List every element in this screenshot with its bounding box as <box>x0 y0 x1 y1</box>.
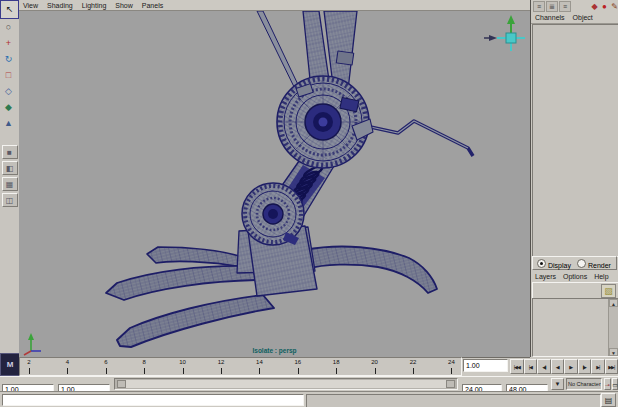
layer-editor-mode-row: Display Render <box>532 256 617 270</box>
time-tick-label: 24 <box>443 359 459 365</box>
time-tick-mark <box>413 368 414 374</box>
time-tick-label: 14 <box>251 359 267 365</box>
playback-controls: |◀◀|◀◀|◀▶|▶▶|▶▶| <box>510 357 618 376</box>
viewport-menu-show[interactable]: Show <box>115 2 133 9</box>
time-tick-mark <box>221 368 222 374</box>
camera-label: Isolate : persp <box>252 347 296 354</box>
time-tick-label: 6 <box>98 359 114 365</box>
time-tick-mark <box>259 368 260 374</box>
step-back-key-button[interactable]: |◀ <box>524 359 538 374</box>
current-frame-field[interactable] <box>463 359 508 372</box>
four-pane-layout-button[interactable]: ▦ <box>2 177 18 191</box>
go-to-end-button[interactable]: ▶▶| <box>605 359 618 374</box>
play-backward-button[interactable]: ◀ <box>551 359 565 374</box>
single-pane-layout-button[interactable]: ■ <box>2 145 18 159</box>
animation-preferences-button[interactable]: ▭ <box>612 378 618 390</box>
step-forward-key-button[interactable]: ▶| <box>591 359 605 374</box>
channel-box-empty-area <box>532 24 618 257</box>
time-tick-mark <box>29 368 30 374</box>
layer-list-scrollbar[interactable]: ▲ ▼ <box>608 299 618 356</box>
show-channel-box-icon[interactable]: ≡ <box>533 1 545 12</box>
display-radio-dot[interactable] <box>537 259 546 268</box>
channel-box-menu-object[interactable]: Object <box>573 14 593 21</box>
split-pane-layout-button[interactable]: ◫ <box>2 193 18 207</box>
scale-tool-icon[interactable]: □ <box>1 68 16 83</box>
channel-box-menu-channels[interactable]: Channels <box>535 14 565 21</box>
robot-leg-model[interactable] <box>106 11 473 347</box>
render-radio-label: Render <box>588 262 611 269</box>
play-forward-button[interactable]: ▶ <box>564 359 578 374</box>
display-radio-label: Display <box>548 262 571 269</box>
layout-shortcut-list: ■◧▦◫ <box>0 145 19 207</box>
time-tick-mark <box>183 368 184 374</box>
time-tick-mark <box>67 368 68 374</box>
time-tick-label: 20 <box>367 359 383 365</box>
time-tick-mark <box>144 368 145 374</box>
time-tick-label: 4 <box>59 359 75 365</box>
range-slider-row: ▼ No Character Set ⊸ ▭ <box>0 376 618 392</box>
command-result-area <box>306 394 601 407</box>
universal-manipulator-tool-icon[interactable]: ◇ <box>1 84 16 99</box>
channel-box-menubar: ChannelsObject <box>531 12 618 24</box>
time-tick-mark <box>106 368 107 374</box>
viewport-menubar: ViewShadingLightingShowPanels <box>19 0 530 11</box>
viewport-menu-lighting[interactable]: Lighting <box>82 2 107 9</box>
perspective-viewport[interactable]: ViewShadingLightingShowPanels <box>19 0 530 358</box>
layer-list: ▲ ▼ <box>532 298 618 357</box>
pencil-icon[interactable]: ✎ <box>610 2 618 11</box>
world-axis-indicator <box>24 333 41 355</box>
range-end-handle[interactable] <box>446 380 455 388</box>
time-tick-label: 12 <box>213 359 229 365</box>
range-start-handle[interactable] <box>117 380 126 388</box>
view-axis-gizmo <box>484 15 525 51</box>
character-set-selector[interactable]: No Character Set <box>566 378 602 390</box>
time-tick-label: 8 <box>136 359 152 365</box>
scroll-up-icon[interactable]: ▲ <box>609 299 618 307</box>
show-manipulator-tool-icon[interactable]: ▲ <box>1 116 16 131</box>
layer-editor-menu-layers[interactable]: Layers <box>535 273 556 280</box>
time-tick-label: 22 <box>405 359 421 365</box>
layer-editor-menu-options[interactable]: Options <box>563 273 587 280</box>
command-line-row: ▤ <box>0 391 618 407</box>
time-tick-mark <box>298 368 299 374</box>
viewport-menu-shading[interactable]: Shading <box>47 2 73 9</box>
go-to-start-button[interactable]: |◀◀ <box>510 359 524 374</box>
channel-box-panel: ≡≣≡◆●✎ ChannelsObject Display Render Lay… <box>530 0 618 357</box>
show-both-icon[interactable]: ≡ <box>559 1 571 12</box>
range-slider-bar[interactable] <box>117 380 455 388</box>
time-tick-mark <box>375 368 376 374</box>
time-tick-mark <box>336 368 337 374</box>
new-layer-button[interactable]: ▧ <box>601 284 616 298</box>
tool-list: ↖○+↻□◇◆▲ <box>0 0 19 131</box>
viewport-menu-view[interactable]: View <box>23 2 38 9</box>
viewport-canvas[interactable] <box>19 11 530 357</box>
show-layer-editor-icon[interactable]: ≣ <box>546 1 558 12</box>
auto-keyframe-button[interactable]: ⊸ <box>604 378 611 390</box>
layer-editor-menu-help[interactable]: Help <box>594 273 608 280</box>
time-tick-mark <box>451 368 452 374</box>
render-radio-dot[interactable] <box>577 259 586 268</box>
step-back-frame-button[interactable]: ◀| <box>537 359 551 374</box>
select-tool-icon[interactable]: ↖ <box>0 0 19 19</box>
character-set-menu-arrow[interactable]: ▼ <box>551 378 564 390</box>
command-line-input[interactable] <box>2 394 304 406</box>
render-sphere-icon[interactable]: ● <box>600 2 609 11</box>
step-forward-frame-button[interactable]: |▶ <box>578 359 592 374</box>
lasso-tool-icon[interactable]: ○ <box>1 20 16 35</box>
time-tick-label: 16 <box>290 359 306 365</box>
scroll-down-icon[interactable]: ▼ <box>609 348 618 356</box>
script-editor-button[interactable]: ▤ <box>601 393 616 407</box>
viewport-menu-panels[interactable]: Panels <box>142 2 163 9</box>
pin-icon[interactable]: ◆ <box>590 2 599 11</box>
time-tick-label: 2 <box>21 359 37 365</box>
layer-editor-menubar: LayersOptionsHelp <box>531 270 618 282</box>
range-slider-track[interactable] <box>114 378 458 390</box>
rotate-tool-icon[interactable]: ↻ <box>1 52 16 67</box>
panel-icon-row: ≡≣≡◆●✎ <box>531 0 618 12</box>
time-tick-label: 10 <box>175 359 191 365</box>
two-pane-layout-button[interactable]: ◧ <box>2 161 18 175</box>
soft-mod-tool-icon[interactable]: ◆ <box>1 100 16 115</box>
time-slider[interactable]: 24681012141618202224 <box>19 357 462 376</box>
time-tick-label: 18 <box>328 359 344 365</box>
move-tool-icon[interactable]: + <box>1 36 16 51</box>
